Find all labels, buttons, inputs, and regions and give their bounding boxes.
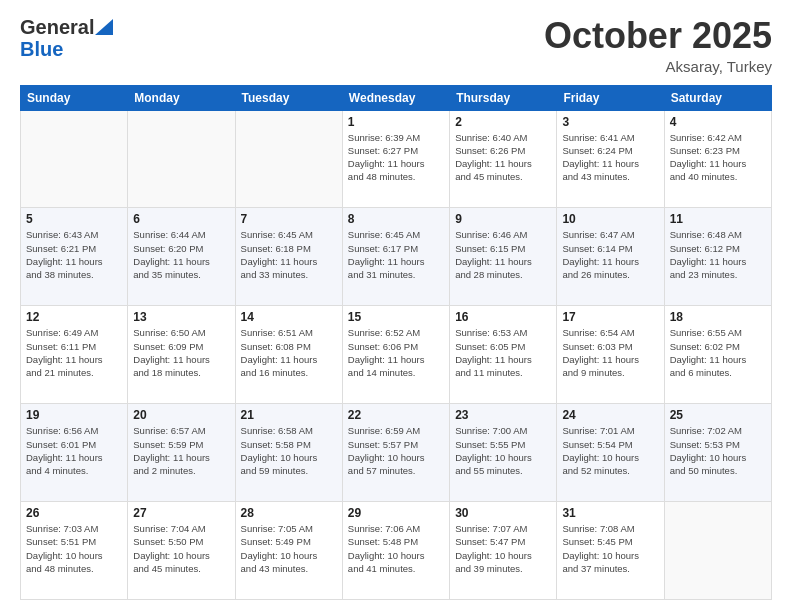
svg-marker-0 xyxy=(95,19,113,35)
calendar-week-row: 1Sunrise: 6:39 AM Sunset: 6:27 PM Daylig… xyxy=(21,110,772,208)
day-number: 17 xyxy=(562,310,658,324)
table-row: 10Sunrise: 6:47 AM Sunset: 6:14 PM Dayli… xyxy=(557,208,664,306)
day-info: Sunrise: 6:59 AM Sunset: 5:57 PM Dayligh… xyxy=(348,424,444,477)
day-info: Sunrise: 6:39 AM Sunset: 6:27 PM Dayligh… xyxy=(348,131,444,184)
table-row: 30Sunrise: 7:07 AM Sunset: 5:47 PM Dayli… xyxy=(450,502,557,600)
day-number: 2 xyxy=(455,115,551,129)
day-number: 19 xyxy=(26,408,122,422)
day-info: Sunrise: 7:05 AM Sunset: 5:49 PM Dayligh… xyxy=(241,522,337,575)
table-row: 23Sunrise: 7:00 AM Sunset: 5:55 PM Dayli… xyxy=(450,404,557,502)
day-info: Sunrise: 6:48 AM Sunset: 6:12 PM Dayligh… xyxy=(670,228,766,281)
table-row: 11Sunrise: 6:48 AM Sunset: 6:12 PM Dayli… xyxy=(664,208,771,306)
table-row: 14Sunrise: 6:51 AM Sunset: 6:08 PM Dayli… xyxy=(235,306,342,404)
day-number: 24 xyxy=(562,408,658,422)
day-number: 26 xyxy=(26,506,122,520)
day-number: 16 xyxy=(455,310,551,324)
day-number: 22 xyxy=(348,408,444,422)
day-info: Sunrise: 6:42 AM Sunset: 6:23 PM Dayligh… xyxy=(670,131,766,184)
day-info: Sunrise: 7:04 AM Sunset: 5:50 PM Dayligh… xyxy=(133,522,229,575)
table-row xyxy=(664,502,771,600)
table-row xyxy=(235,110,342,208)
day-number: 21 xyxy=(241,408,337,422)
calendar-week-row: 19Sunrise: 6:56 AM Sunset: 6:01 PM Dayli… xyxy=(21,404,772,502)
day-number: 31 xyxy=(562,506,658,520)
table-row xyxy=(21,110,128,208)
calendar-header-row: Sunday Monday Tuesday Wednesday Thursday… xyxy=(21,85,772,110)
table-row: 5Sunrise: 6:43 AM Sunset: 6:21 PM Daylig… xyxy=(21,208,128,306)
table-row: 19Sunrise: 6:56 AM Sunset: 6:01 PM Dayli… xyxy=(21,404,128,502)
table-row: 17Sunrise: 6:54 AM Sunset: 6:03 PM Dayli… xyxy=(557,306,664,404)
day-number: 14 xyxy=(241,310,337,324)
day-info: Sunrise: 6:45 AM Sunset: 6:18 PM Dayligh… xyxy=(241,228,337,281)
table-row: 6Sunrise: 6:44 AM Sunset: 6:20 PM Daylig… xyxy=(128,208,235,306)
day-info: Sunrise: 6:53 AM Sunset: 6:05 PM Dayligh… xyxy=(455,326,551,379)
day-info: Sunrise: 6:57 AM Sunset: 5:59 PM Dayligh… xyxy=(133,424,229,477)
day-info: Sunrise: 6:56 AM Sunset: 6:01 PM Dayligh… xyxy=(26,424,122,477)
day-info: Sunrise: 7:01 AM Sunset: 5:54 PM Dayligh… xyxy=(562,424,658,477)
table-row: 2Sunrise: 6:40 AM Sunset: 6:26 PM Daylig… xyxy=(450,110,557,208)
col-thursday: Thursday xyxy=(450,85,557,110)
day-number: 8 xyxy=(348,212,444,226)
col-tuesday: Tuesday xyxy=(235,85,342,110)
col-wednesday: Wednesday xyxy=(342,85,449,110)
table-row xyxy=(128,110,235,208)
table-row: 20Sunrise: 6:57 AM Sunset: 5:59 PM Dayli… xyxy=(128,404,235,502)
day-info: Sunrise: 7:08 AM Sunset: 5:45 PM Dayligh… xyxy=(562,522,658,575)
day-number: 11 xyxy=(670,212,766,226)
day-info: Sunrise: 6:54 AM Sunset: 6:03 PM Dayligh… xyxy=(562,326,658,379)
month-title: October 2025 xyxy=(544,16,772,56)
day-number: 4 xyxy=(670,115,766,129)
day-info: Sunrise: 6:45 AM Sunset: 6:17 PM Dayligh… xyxy=(348,228,444,281)
col-friday: Friday xyxy=(557,85,664,110)
table-row: 12Sunrise: 6:49 AM Sunset: 6:11 PM Dayli… xyxy=(21,306,128,404)
day-number: 7 xyxy=(241,212,337,226)
table-row: 28Sunrise: 7:05 AM Sunset: 5:49 PM Dayli… xyxy=(235,502,342,600)
table-row: 3Sunrise: 6:41 AM Sunset: 6:24 PM Daylig… xyxy=(557,110,664,208)
day-info: Sunrise: 6:40 AM Sunset: 6:26 PM Dayligh… xyxy=(455,131,551,184)
logo-general-text: General xyxy=(20,16,94,38)
calendar-week-row: 26Sunrise: 7:03 AM Sunset: 5:51 PM Dayli… xyxy=(21,502,772,600)
day-number: 23 xyxy=(455,408,551,422)
table-row: 18Sunrise: 6:55 AM Sunset: 6:02 PM Dayli… xyxy=(664,306,771,404)
day-number: 3 xyxy=(562,115,658,129)
day-number: 10 xyxy=(562,212,658,226)
location-title: Aksaray, Turkey xyxy=(544,58,772,75)
table-row: 16Sunrise: 6:53 AM Sunset: 6:05 PM Dayli… xyxy=(450,306,557,404)
day-info: Sunrise: 6:47 AM Sunset: 6:14 PM Dayligh… xyxy=(562,228,658,281)
day-info: Sunrise: 7:02 AM Sunset: 5:53 PM Dayligh… xyxy=(670,424,766,477)
day-number: 28 xyxy=(241,506,337,520)
day-number: 9 xyxy=(455,212,551,226)
day-number: 15 xyxy=(348,310,444,324)
table-row: 31Sunrise: 7:08 AM Sunset: 5:45 PM Dayli… xyxy=(557,502,664,600)
table-row: 15Sunrise: 6:52 AM Sunset: 6:06 PM Dayli… xyxy=(342,306,449,404)
day-info: Sunrise: 6:49 AM Sunset: 6:11 PM Dayligh… xyxy=(26,326,122,379)
day-number: 29 xyxy=(348,506,444,520)
day-info: Sunrise: 6:51 AM Sunset: 6:08 PM Dayligh… xyxy=(241,326,337,379)
logo-blue-text: Blue xyxy=(20,38,63,60)
day-info: Sunrise: 6:50 AM Sunset: 6:09 PM Dayligh… xyxy=(133,326,229,379)
table-row: 22Sunrise: 6:59 AM Sunset: 5:57 PM Dayli… xyxy=(342,404,449,502)
calendar-week-row: 5Sunrise: 6:43 AM Sunset: 6:21 PM Daylig… xyxy=(21,208,772,306)
day-number: 27 xyxy=(133,506,229,520)
day-number: 18 xyxy=(670,310,766,324)
day-info: Sunrise: 6:55 AM Sunset: 6:02 PM Dayligh… xyxy=(670,326,766,379)
day-number: 12 xyxy=(26,310,122,324)
col-sunday: Sunday xyxy=(21,85,128,110)
day-number: 5 xyxy=(26,212,122,226)
table-row: 24Sunrise: 7:01 AM Sunset: 5:54 PM Dayli… xyxy=(557,404,664,502)
day-info: Sunrise: 6:44 AM Sunset: 6:20 PM Dayligh… xyxy=(133,228,229,281)
table-row: 9Sunrise: 6:46 AM Sunset: 6:15 PM Daylig… xyxy=(450,208,557,306)
title-block: October 2025 Aksaray, Turkey xyxy=(544,16,772,75)
day-info: Sunrise: 6:58 AM Sunset: 5:58 PM Dayligh… xyxy=(241,424,337,477)
header: General Blue October 2025 Aksaray, Turke… xyxy=(20,16,772,75)
table-row: 27Sunrise: 7:04 AM Sunset: 5:50 PM Dayli… xyxy=(128,502,235,600)
day-number: 6 xyxy=(133,212,229,226)
calendar-week-row: 12Sunrise: 6:49 AM Sunset: 6:11 PM Dayli… xyxy=(21,306,772,404)
day-number: 1 xyxy=(348,115,444,129)
day-info: Sunrise: 7:03 AM Sunset: 5:51 PM Dayligh… xyxy=(26,522,122,575)
logo: General Blue xyxy=(20,16,114,60)
table-row: 4Sunrise: 6:42 AM Sunset: 6:23 PM Daylig… xyxy=(664,110,771,208)
logo-triangle-icon xyxy=(95,19,113,35)
day-number: 25 xyxy=(670,408,766,422)
table-row: 8Sunrise: 6:45 AM Sunset: 6:17 PM Daylig… xyxy=(342,208,449,306)
